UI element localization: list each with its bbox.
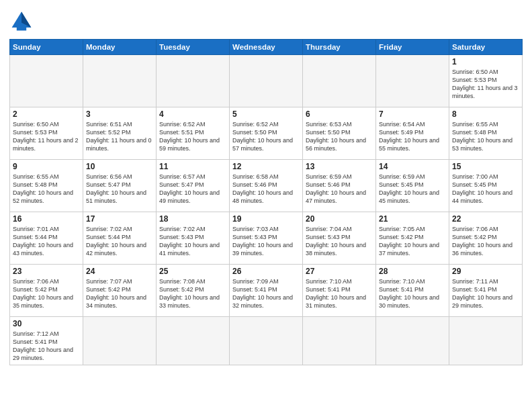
cell-content: Sunrise: 6:57 AM Sunset: 5:47 PM Dayligh…	[159, 173, 226, 205]
day-number: 29	[452, 267, 519, 276]
calendar-cell: 18Sunrise: 7:02 AM Sunset: 5:43 PM Dayli…	[157, 212, 230, 265]
cell-content: Sunrise: 7:06 AM Sunset: 5:42 PM Dayligh…	[452, 225, 519, 258]
calendar-cell	[230, 55, 303, 107]
calendar-cell: 7Sunrise: 6:54 AM Sunset: 5:49 PM Daylig…	[376, 107, 449, 160]
cell-content: Sunrise: 6:52 AM Sunset: 5:50 PM Dayligh…	[232, 120, 300, 153]
calendar-cell	[376, 55, 449, 107]
cell-content: Sunrise: 7:01 AM Sunset: 5:44 PM Dayligh…	[13, 225, 80, 258]
day-number: 23	[13, 267, 80, 276]
calendar-cell: 28Sunrise: 7:10 AM Sunset: 5:41 PM Dayli…	[376, 265, 449, 317]
day-number: 18	[159, 214, 226, 224]
day-number: 1	[452, 57, 519, 66]
day-number: 25	[159, 267, 226, 276]
header	[9, 9, 523, 34]
day-number: 10	[86, 162, 153, 171]
cell-content: Sunrise: 6:51 AM Sunset: 5:52 PM Dayligh…	[86, 120, 153, 153]
cell-content: Sunrise: 6:58 AM Sunset: 5:46 PM Dayligh…	[232, 173, 300, 205]
svg-rect-2	[17, 28, 26, 31]
day-number: 11	[159, 162, 226, 171]
day-number: 21	[379, 214, 446, 224]
day-number: 7	[379, 109, 446, 119]
day-number: 28	[379, 267, 446, 276]
calendar-cell	[303, 317, 376, 365]
cell-content: Sunrise: 7:10 AM Sunset: 5:41 PM Dayligh…	[379, 277, 446, 310]
calendar-cell: 29Sunrise: 7:11 AM Sunset: 5:41 PM Dayli…	[449, 265, 523, 317]
cell-content: Sunrise: 6:50 AM Sunset: 5:53 PM Dayligh…	[13, 120, 80, 153]
calendar-cell	[83, 317, 157, 365]
calendar-cell: 30Sunrise: 7:12 AM Sunset: 5:41 PM Dayli…	[10, 317, 83, 365]
calendar-week-row: 16Sunrise: 7:01 AM Sunset: 5:44 PM Dayli…	[10, 212, 523, 265]
cell-content: Sunrise: 7:02 AM Sunset: 5:44 PM Dayligh…	[86, 225, 153, 258]
logo	[9, 9, 36, 34]
calendar-week-row: 1Sunrise: 6:50 AM Sunset: 5:53 PM Daylig…	[10, 55, 523, 107]
day-number: 30	[13, 319, 80, 328]
calendar-header-row: SundayMondayTuesdayWednesdayThursdayFrid…	[10, 40, 523, 55]
calendar-week-row: 30Sunrise: 7:12 AM Sunset: 5:41 PM Dayli…	[10, 317, 523, 365]
calendar-cell: 23Sunrise: 7:06 AM Sunset: 5:42 PM Dayli…	[10, 265, 83, 317]
calendar-cell	[157, 317, 230, 365]
cell-content: Sunrise: 7:04 AM Sunset: 5:43 PM Dayligh…	[306, 225, 373, 258]
calendar-cell: 24Sunrise: 7:07 AM Sunset: 5:42 PM Dayli…	[83, 265, 157, 317]
day-number: 9	[13, 162, 80, 171]
calendar-cell: 4Sunrise: 6:52 AM Sunset: 5:51 PM Daylig…	[157, 107, 230, 160]
cell-content: Sunrise: 7:11 AM Sunset: 5:41 PM Dayligh…	[452, 277, 519, 310]
calendar-cell: 17Sunrise: 7:02 AM Sunset: 5:44 PM Dayli…	[83, 212, 157, 265]
day-number: 27	[306, 267, 373, 276]
logo-icon	[9, 9, 34, 34]
cell-content: Sunrise: 7:07 AM Sunset: 5:42 PM Dayligh…	[86, 277, 153, 310]
calendar-cell: 26Sunrise: 7:09 AM Sunset: 5:41 PM Dayli…	[230, 265, 303, 317]
cell-content: Sunrise: 6:53 AM Sunset: 5:50 PM Dayligh…	[306, 120, 373, 153]
cell-content: Sunrise: 6:52 AM Sunset: 5:51 PM Dayligh…	[159, 120, 226, 153]
calendar-cell	[230, 317, 303, 365]
calendar-header-saturday: Saturday	[449, 40, 523, 55]
calendar-cell: 5Sunrise: 6:52 AM Sunset: 5:50 PM Daylig…	[230, 107, 303, 160]
day-number: 8	[452, 109, 519, 119]
day-number: 22	[452, 214, 519, 224]
cell-content: Sunrise: 6:50 AM Sunset: 5:53 PM Dayligh…	[452, 68, 519, 101]
cell-content: Sunrise: 7:03 AM Sunset: 5:43 PM Dayligh…	[232, 225, 300, 258]
page: SundayMondayTuesdayWednesdayThursdayFrid…	[0, 0, 532, 411]
calendar-week-row: 9Sunrise: 6:55 AM Sunset: 5:48 PM Daylig…	[10, 160, 523, 212]
cell-content: Sunrise: 7:02 AM Sunset: 5:43 PM Dayligh…	[159, 225, 226, 258]
calendar-cell: 25Sunrise: 7:08 AM Sunset: 5:42 PM Dayli…	[157, 265, 230, 317]
cell-content: Sunrise: 7:00 AM Sunset: 5:45 PM Dayligh…	[452, 173, 519, 205]
calendar-cell: 9Sunrise: 6:55 AM Sunset: 5:48 PM Daylig…	[10, 160, 83, 212]
cell-content: Sunrise: 6:55 AM Sunset: 5:48 PM Dayligh…	[13, 173, 80, 205]
day-number: 14	[379, 162, 446, 171]
calendar-cell	[83, 55, 157, 107]
calendar-cell	[376, 317, 449, 365]
calendar-cell: 2Sunrise: 6:50 AM Sunset: 5:53 PM Daylig…	[10, 107, 83, 160]
day-number: 16	[13, 214, 80, 224]
calendar-cell: 3Sunrise: 6:51 AM Sunset: 5:52 PM Daylig…	[83, 107, 157, 160]
day-number: 5	[232, 109, 300, 119]
cell-content: Sunrise: 7:06 AM Sunset: 5:42 PM Dayligh…	[13, 277, 80, 310]
cell-content: Sunrise: 6:59 AM Sunset: 5:45 PM Dayligh…	[379, 173, 446, 205]
calendar-cell: 15Sunrise: 7:00 AM Sunset: 5:45 PM Dayli…	[449, 160, 523, 212]
calendar-cell: 12Sunrise: 6:58 AM Sunset: 5:46 PM Dayli…	[230, 160, 303, 212]
calendar-header-wednesday: Wednesday	[230, 40, 303, 55]
calendar-cell: 21Sunrise: 7:05 AM Sunset: 5:42 PM Dayli…	[376, 212, 449, 265]
cell-content: Sunrise: 6:59 AM Sunset: 5:46 PM Dayligh…	[306, 173, 373, 205]
calendar-cell: 27Sunrise: 7:10 AM Sunset: 5:41 PM Dayli…	[303, 265, 376, 317]
calendar-cell: 14Sunrise: 6:59 AM Sunset: 5:45 PM Dayli…	[376, 160, 449, 212]
day-number: 12	[232, 162, 300, 171]
day-number: 19	[232, 214, 300, 224]
calendar-cell	[449, 317, 523, 365]
calendar-cell: 19Sunrise: 7:03 AM Sunset: 5:43 PM Dayli…	[230, 212, 303, 265]
cell-content: Sunrise: 6:54 AM Sunset: 5:49 PM Dayligh…	[379, 120, 446, 153]
calendar-cell: 22Sunrise: 7:06 AM Sunset: 5:42 PM Dayli…	[449, 212, 523, 265]
cell-content: Sunrise: 6:56 AM Sunset: 5:47 PM Dayligh…	[86, 173, 153, 205]
calendar-cell	[157, 55, 230, 107]
day-number: 13	[306, 162, 373, 171]
day-number: 6	[306, 109, 373, 119]
day-number: 26	[232, 267, 300, 276]
calendar-cell: 16Sunrise: 7:01 AM Sunset: 5:44 PM Dayli…	[10, 212, 83, 265]
calendar-cell: 1Sunrise: 6:50 AM Sunset: 5:53 PM Daylig…	[449, 55, 523, 107]
calendar-cell: 8Sunrise: 6:55 AM Sunset: 5:48 PM Daylig…	[449, 107, 523, 160]
calendar-week-row: 2Sunrise: 6:50 AM Sunset: 5:53 PM Daylig…	[10, 107, 523, 160]
calendar: SundayMondayTuesdayWednesdayThursdayFrid…	[9, 39, 523, 365]
calendar-cell	[303, 55, 376, 107]
day-number: 20	[306, 214, 373, 224]
calendar-cell: 20Sunrise: 7:04 AM Sunset: 5:43 PM Dayli…	[303, 212, 376, 265]
calendar-week-row: 23Sunrise: 7:06 AM Sunset: 5:42 PM Dayli…	[10, 265, 523, 317]
